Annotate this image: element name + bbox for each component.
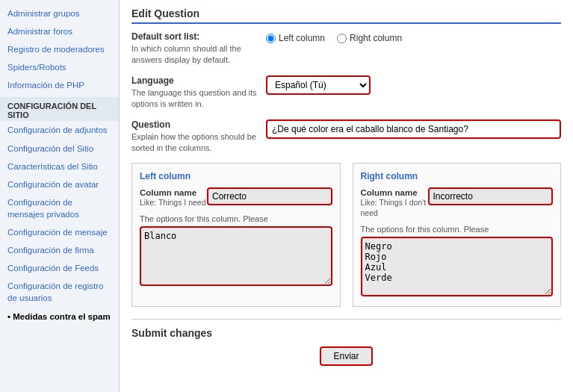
sidebar-item-spam[interactable]: Medidas contra el spam — [0, 308, 119, 326]
left-column-section: Left column Column name Like: Things I n… — [131, 163, 341, 306]
left-column-name-input[interactable] — [207, 187, 332, 205]
submit-title: Submit changes — [131, 327, 561, 339]
main-content: Edit Question Default sort list: In whic… — [120, 0, 573, 392]
sidebar-item-caracteristicas[interactable]: Características del Sitio — [0, 158, 119, 175]
sidebar-item-mensaje[interactable]: Configuración de mensaje — [0, 223, 119, 241]
sidebar-item-php[interactable]: Información de PHP — [0, 76, 119, 94]
left-column-options-textarea[interactable]: Blanco — [140, 226, 332, 286]
question-row: Question Explain how the options should … — [131, 119, 561, 155]
language-select[interactable]: Español (Tú) — [266, 75, 371, 95]
sidebar-item-registro-moderadores[interactable]: Registro de moderadores — [0, 40, 119, 58]
sidebar-item-firma[interactable]: Configuración de firma — [0, 241, 119, 259]
submit-section: Submit changes Enviar — [131, 319, 561, 366]
sidebar-item-administrar-foros[interactable]: Administrar foros — [0, 22, 119, 40]
sidebar-item-mensajes-privados[interactable]: Configuración de mensajes privados — [0, 193, 119, 223]
question-input[interactable] — [266, 119, 561, 139]
sidebar-item-feeds[interactable]: Configuración de Feeds — [0, 259, 119, 277]
right-column-section: Right column Column name Like: Things I … — [353, 163, 562, 306]
submit-center: Enviar — [131, 346, 561, 366]
sidebar-item-administrar-grupos[interactable]: Administrar grupos — [0, 4, 119, 22]
sidebar-item-spiders[interactable]: Spiders/Robots — [0, 58, 119, 76]
right-column-options-textarea[interactable]: Negro Rojo Azul Verde — [361, 237, 554, 296]
sidebar-item-avatar[interactable]: Configuración de avatar — [0, 175, 119, 193]
language-control: Español (Tú) — [266, 75, 561, 95]
sidebar-item-registro-usuarios[interactable]: Configuración de registro de usuarios — [0, 277, 119, 307]
default-sort-control: Left column Right column — [266, 31, 561, 43]
sidebar: Administrar grupos Administrar foros Reg… — [0, 0, 120, 392]
question-control — [266, 119, 561, 139]
sidebar-item-adjuntos[interactable]: Configuración de adjuntos — [0, 121, 119, 139]
left-column-radio-text: Left column — [279, 33, 325, 43]
right-column-name-input[interactable] — [428, 187, 554, 205]
left-column-title: Left column — [140, 171, 332, 181]
left-column-radio-label[interactable]: Left column — [266, 33, 325, 43]
left-column-name-label: Column name Like: Things I need — [140, 187, 207, 208]
right-column-title: Right column — [361, 171, 554, 181]
default-sort-row: Default sort list: In which column shoul… — [131, 31, 561, 66]
columns-wrapper: Left column Column name Like: Things I n… — [131, 163, 561, 306]
left-options-label: The options for this column. Please — [140, 214, 332, 223]
sidebar-item-sitio[interactable]: Configuración del Sitio — [0, 140, 119, 158]
right-column-name-label: Column name Like: Things I don't need — [361, 187, 428, 218]
right-column-radio-label[interactable]: Right column — [337, 33, 402, 43]
section-title: Edit Question — [131, 7, 561, 24]
language-row: Language The language this question and … — [131, 75, 561, 111]
right-column-radio[interactable] — [337, 34, 347, 43]
sidebar-section-config: CONFIGURACIÓN DEL SITIO — [0, 97, 119, 121]
default-sort-label: Default sort list: In which column shoul… — [131, 31, 266, 66]
right-column-name-row: Column name Like: Things I don't need — [361, 187, 554, 218]
submit-button[interactable]: Enviar — [320, 346, 372, 366]
right-column-radio-text: Right column — [350, 33, 402, 43]
left-column-radio[interactable] — [266, 34, 276, 43]
right-options-label: The options for this column. Please — [361, 225, 554, 234]
question-label: Question Explain how the options should … — [131, 119, 266, 155]
left-column-name-row: Column name Like: Things I need — [140, 187, 332, 208]
language-label: Language The language this question and … — [131, 75, 266, 111]
